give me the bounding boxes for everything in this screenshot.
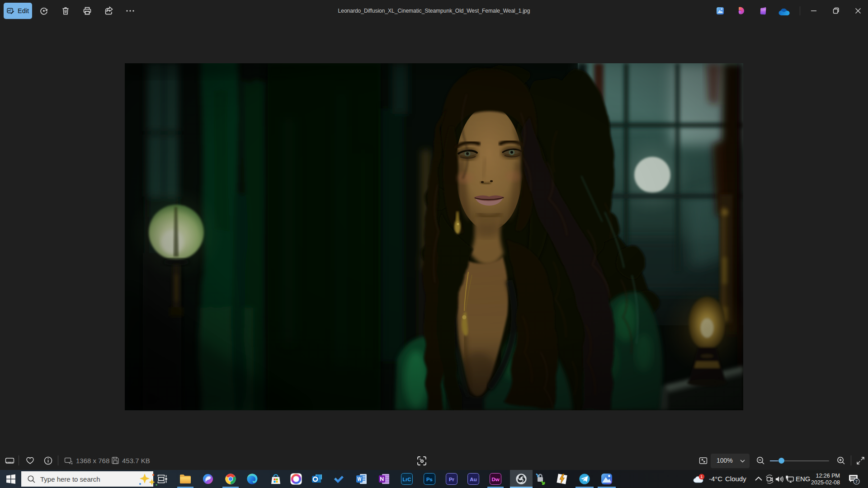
svg-text:Au: Au [470, 477, 476, 482]
svg-text:Pr: Pr [449, 477, 455, 482]
svg-text:Ps: Ps [426, 477, 433, 482]
svg-text:1: 1 [700, 474, 703, 479]
svg-text:7: 7 [855, 479, 858, 484]
svg-text:Dw: Dw [491, 477, 499, 482]
svg-text:LrC: LrC [403, 477, 411, 482]
